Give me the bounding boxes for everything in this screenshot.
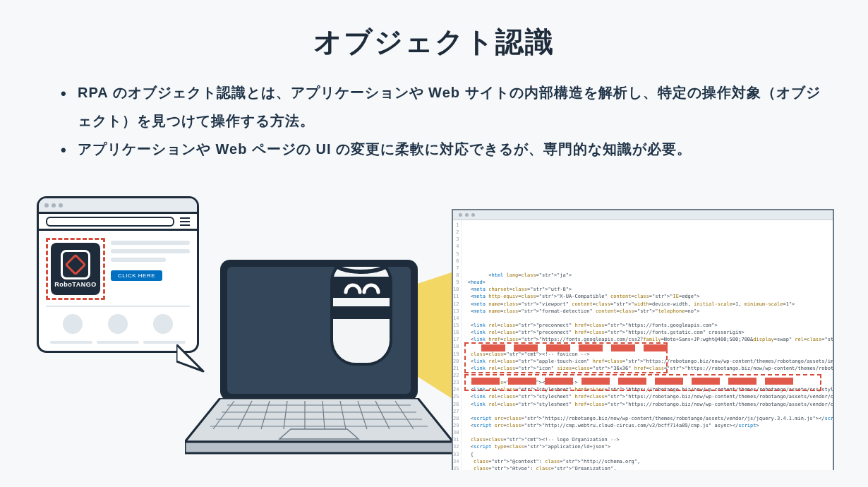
avatar-placeholder-icon [108,314,128,334]
code-highlight-blocks [471,378,793,385]
illustration: RoboTANGO CLICK HERE [37,196,838,479]
traffic-light-icon [59,203,63,208]
traffic-light-icon [459,213,462,217]
traffic-light-icon [465,213,469,217]
traffic-light-icon [52,203,56,208]
url-field [46,217,174,227]
laptop-illustration [185,260,453,471]
browser-titlebar [39,198,197,214]
source-code-window: 1234567891011121314151617181920212223242… [452,209,834,470]
object-selection-outline: RoboTANGO [46,238,105,300]
code-titlebar [453,210,833,220]
line-number-gutter: 1234567891011121314151617181920212223242… [453,220,462,470]
browser-body: RoboTANGO CLICK HERE [39,231,197,349]
svg-rect-8 [332,277,391,298]
product-logo-card: RoboTANGO [51,243,100,295]
avatar-placeholder-icon [153,314,173,334]
bullet-item: アプリケーションや Web ページの UI の変更に柔軟に対応できるが、専門的な… [71,135,826,163]
svg-rect-3 [332,306,391,319]
svg-marker-9 [185,398,453,442]
bullet-list: RPA のオブジェクト認識とは、アプリケーションや Web サイトの内部構造を解… [71,78,826,163]
traffic-light-icon [471,213,475,217]
browser-url-bar [39,214,197,231]
bullet-item: RPA のオブジェクト認識とは、アプリケーションや Web サイトの内部構造を解… [71,78,826,135]
code-content: <html lang=class="str">"ja"> <head> <met… [462,220,834,470]
product-logo-label: RoboTANGO [54,281,96,288]
slide: オブジェクト認識 RPA のオブジェクト認識とは、アプリケーションや Web サ… [0,0,868,487]
placeholder-text: CLICK HERE [111,238,190,281]
avatar-placeholder-icon [63,314,83,334]
robot-icon [319,267,404,377]
robotango-logo-icon [61,250,90,279]
code-selection-outline [464,374,821,391]
cta-button: CLICK HERE [111,270,162,281]
svg-marker-10 [185,442,453,453]
code-highlight-blocks [481,344,668,351]
traffic-light-icon [44,203,49,208]
browser-preview: RoboTANGO CLICK HERE [37,196,199,353]
menu-icon [180,217,190,226]
page-title: オブジェクト認識 [0,0,868,61]
